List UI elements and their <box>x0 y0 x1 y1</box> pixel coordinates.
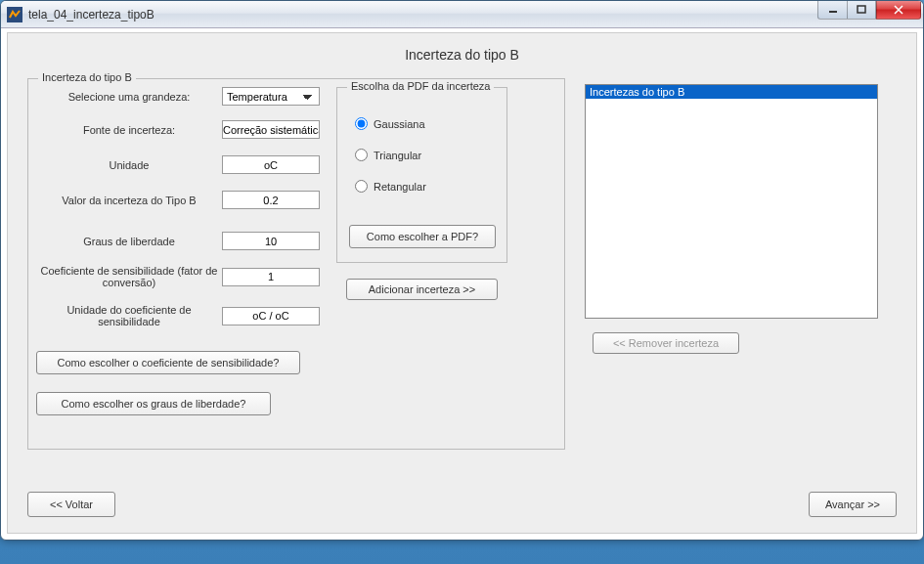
window-controls <box>817 1 921 20</box>
label-coef: Coeficiente de sensibilidade (fator de c… <box>36 265 222 288</box>
input-unidade[interactable] <box>222 155 320 174</box>
group-pdf: Escolha da PDF da incerteza Gaussiana Tr… <box>336 87 507 263</box>
add-incerteza-button[interactable]: Adicionar incerteza >> <box>346 279 498 300</box>
svg-rect-2 <box>858 6 865 13</box>
label-fonte: Fonte de incerteza: <box>36 124 222 136</box>
next-button[interactable]: Avançar >> <box>809 492 897 517</box>
incertezas-list[interactable]: Incertezas do tipo B <box>585 84 878 319</box>
radio-triangular-row[interactable]: Triangular <box>355 149 421 161</box>
input-graus[interactable] <box>222 232 320 250</box>
help-pdf-button[interactable]: Como escolher a PDF? <box>349 225 496 248</box>
input-fonte[interactable] <box>222 120 320 139</box>
input-coef[interactable] <box>222 268 320 286</box>
label-grandeza: Selecione uma grandeza: <box>36 91 222 103</box>
group-incerteza: Incerteza do tipo B Selecione uma grande… <box>27 78 565 450</box>
radio-triangular-label: Triangular <box>374 150 421 161</box>
radio-gaussiana[interactable] <box>355 117 368 130</box>
radio-gaussiana-row[interactable]: Gaussiana <box>355 117 425 130</box>
page-title: Incerteza do tipo B <box>27 47 897 63</box>
radio-triangular[interactable] <box>355 149 368 161</box>
radio-retangular[interactable] <box>355 180 368 193</box>
maximize-button[interactable] <box>847 1 876 20</box>
app-icon <box>7 7 22 22</box>
help-coef-button[interactable]: Como escolher o coeficiente de sensibili… <box>36 351 300 374</box>
group-incerteza-legend: Incerteza do tipo B <box>38 71 136 83</box>
app-window: tela_04_incerteza_tipoB Incerteza do tip… <box>0 0 924 541</box>
radio-gaussiana-label: Gaussiana <box>374 118 425 130</box>
help-graus-button[interactable]: Como escolher os graus de liberdade? <box>36 392 271 415</box>
group-pdf-legend: Escolha da PDF da incerteza <box>347 80 494 92</box>
close-button[interactable] <box>876 1 921 20</box>
window-title: tela_04_incerteza_tipoB <box>28 8 154 22</box>
radio-retangular-row[interactable]: Retangular <box>355 180 426 193</box>
input-coef-unid[interactable] <box>222 307 320 325</box>
label-coef-unid: Unidade do coeficiente de sensibilidade <box>36 304 222 327</box>
radio-retangular-label: Retangular <box>374 181 426 193</box>
svg-rect-1 <box>829 11 837 13</box>
list-item[interactable]: Incertezas do tipo B <box>586 85 877 99</box>
input-valor[interactable] <box>222 191 320 209</box>
label-graus: Graus de liberdade <box>36 236 222 247</box>
titlebar[interactable]: tela_04_incerteza_tipoB <box>1 1 923 28</box>
select-grandeza[interactable]: Temperatura <box>222 87 320 106</box>
client-area: Incerteza do tipo B Incerteza do tipo B … <box>7 32 917 534</box>
remove-incerteza-button[interactable]: << Remover incerteza <box>593 332 739 354</box>
back-button[interactable]: << Voltar <box>27 492 115 517</box>
label-unidade: Unidade <box>36 159 222 171</box>
label-valor: Valor da incerteza do Tipo B <box>36 195 222 206</box>
minimize-button[interactable] <box>817 1 847 20</box>
